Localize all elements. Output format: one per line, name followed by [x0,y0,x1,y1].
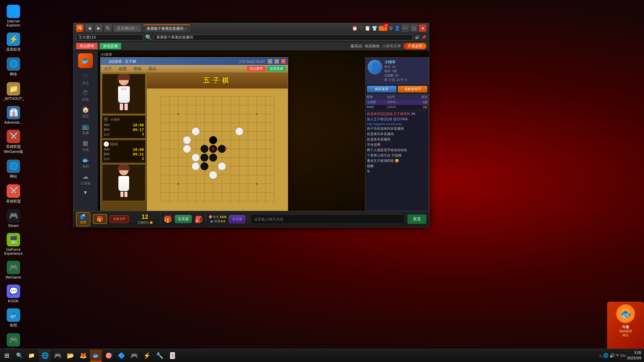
sidebar-cloudgame[interactable]: ☁ 云游戏 [79,172,92,187]
nav-refresh-button[interactable]: ↻ [104,24,112,32]
game-maximize-button[interactable]: □ [274,59,279,64]
backpack-button[interactable]: 🎒 [195,215,203,223]
home-icon: 🏠 [82,106,89,113]
sidebar-category[interactable]: ▦ 分类 [81,138,90,154]
taskbar-steam[interactable]: 🎮 [52,350,64,362]
go-board[interactable]: ✚ [147,88,288,211]
taskbar-files2[interactable]: 📂 [64,350,76,362]
player1-score-label: 比分: [104,132,111,137]
address-bar: 🔍 🔊 📌 [73,33,429,42]
icon-diaoyu[interactable]: 🐟 鱼吧 [2,307,25,329]
taskbar-search-icon[interactable]: 🔍 [13,350,25,362]
icon-xunlei[interactable]: ⚡ 迅雷影音 [2,31,25,53]
taskbar-app8[interactable]: ⚡ [141,350,153,362]
nav-back-button[interactable]: ◀ [86,24,93,32]
menu-settings[interactable]: 设置 [115,66,130,72]
sidebar-history[interactable]: ⏱ 历史 [81,88,90,103]
sidebar-fishbar[interactable]: 🐟 鱼吧 [80,155,91,170]
window-heart-button[interactable]: ♡ [359,25,363,31]
close-button[interactable]: ✕ [419,24,426,32]
icon-kook[interactable]: 💬 KOOK [2,283,25,304]
icon-heroalliance[interactable]: ⚔️ 英雄联盟WeGame版 [2,128,25,156]
subscribe-button[interactable]: 去充值 [229,215,245,223]
icon-internet-explorer[interactable]: 🌐 Internet Explorer [2,3,25,28]
taskbar-app5[interactable]: 🎯 [103,350,115,362]
tray-volume-icon[interactable]: 🔊 [609,353,615,358]
browser-tab-active[interactable]: 果果嗟个果果的直播间 × [143,24,190,32]
icon-without[interactable]: 📁 _WITHOUT_ [2,81,25,102]
gift-button[interactable]: 🎁 [93,214,107,224]
icon-wangyu[interactable]: 🌐 网络 [2,56,25,78]
tab-close-1[interactable]: × [136,26,138,30]
vip-buy-button[interactable]: 高估费率 [247,66,266,71]
window-clipboard-button[interactable]: 📋 [365,25,370,31]
tab-close-active[interactable]: × [185,26,187,31]
icon-geforce[interactable]: 🖥️ GeForce Experience [2,232,25,257]
taskbar-clock[interactable]: 3:05 2023/3/9 [627,350,644,361]
fishball-area: 🎯 鱼丸 3335 🐟 鱼翅 4.2 [209,215,226,224]
taskbar-ie[interactable]: 🌐 [39,350,51,362]
taskbar-files-icon[interactable]: 📁 [25,350,38,362]
icon-wangzhan[interactable]: 🌐 网站 [2,158,25,180]
douyutv-logo[interactable]: 🐟 [78,53,93,68]
taskbar-douyutv[interactable]: 🐟 [90,350,102,362]
start-button[interactable]: ⊞ [0,349,13,362]
address-input-main[interactable] [154,35,413,41]
open-table-button[interactable]: 开通桌席 [404,43,426,49]
sidebar-collapse-button[interactable]: ▼ [83,190,88,196]
svg-point-45 [183,136,191,144]
sidebar-broadcast[interactable]: 📺 直播 [80,121,91,137]
game-store-button[interactable]: 游戏直播 [267,66,286,71]
vote-button[interactable]: 🗳️ 投票 [76,212,90,226]
game-close-button[interactable]: ✕ [281,59,286,64]
sidebar-follow[interactable]: ♡ 关注 [81,71,90,87]
send-message-button[interactable]: 发送 [408,215,426,224]
icon-steam[interactable]: 🎮 Steam [2,208,25,229]
window-minimize-button[interactable]: ⏰ [352,25,358,31]
douyutv-float-widget[interactable]: 🐟 斗鱼 3849405 商品 [607,302,644,349]
icon-heroalliance2[interactable]: ⚔️ 英雄联盟 [2,183,25,205]
game-minimize-button[interactable]: ─ [268,59,272,64]
tray-keyboard-icon[interactable]: 中 [616,353,620,358]
tray-up-icon[interactable]: △ [599,353,602,358]
browser-logo: 斗 [76,24,84,32]
user-icon[interactable]: 👤 [394,25,400,31]
address-input-1[interactable] [76,35,143,41]
game-live-button[interactable]: 游戏直播 [100,43,121,49]
nav-forward-button[interactable]: ▶ [95,24,102,32]
stone-black-icon [104,117,109,122]
settings-icon[interactable]: ⚙ [389,25,393,31]
taskbar-qqgame[interactable]: 🃏 [166,350,178,362]
icon-admin[interactable]: 👔 Administr... [2,105,25,126]
live-rate-button[interactable]: 高估费率 [76,43,98,49]
browser-tab-1[interactable]: 王大谱119 × [114,25,141,32]
search-icon[interactable]: 🔍 [145,34,152,41]
gift-icon: 🎁 [97,216,103,222]
chat-msg-2: 欢迎来到本直播间 [367,132,427,136]
tray-ime-icon[interactable]: EN [621,354,626,358]
chat-input[interactable] [251,215,405,224]
recharge-button[interactable]: 去充值 [175,215,192,223]
gift-large-button[interactable]: 🎁 [164,215,172,223]
fishbar-icon: 🐟 [82,156,89,164]
menu-help[interactable]: 帮助 [130,66,145,72]
chat-msg-link: http://qqgame.com/wuziqi... [367,122,427,126]
taskbar-app9[interactable]: 🔧 [154,350,166,362]
menu-quit[interactable]: 退出 [145,66,160,72]
icon-wegame[interactable]: 🎮 WeGame [2,259,25,281]
taskbar-app6[interactable]: 🔷 [115,350,127,362]
taskbar-app7[interactable]: 🎮 [128,350,140,362]
tray-network-icon[interactable]: 🌐 [603,353,608,358]
taskbar-browser[interactable]: 🦊 [77,350,89,362]
sidebar-home[interactable]: 🏠 首页 [80,105,91,120]
menu-lobby[interactable]: 大厅 [101,66,115,72]
buy-item-button[interactable]: 购买道具 [367,86,396,93]
exchange-coins-button[interactable]: 兑换游戏币 [398,86,427,93]
audio-icon[interactable]: 🔊 [415,35,420,40]
notifications-button[interactable]: 🎁 26 [379,26,387,31]
task-button[interactable]: 任务大厅 [110,215,129,223]
minimize-button[interactable]: ➖ [401,24,409,32]
window-shirt-button[interactable]: 👕 [372,25,377,31]
tab-pin-icon[interactable]: 📌 [422,35,426,40]
maximize-button[interactable]: ◻ [410,24,418,32]
